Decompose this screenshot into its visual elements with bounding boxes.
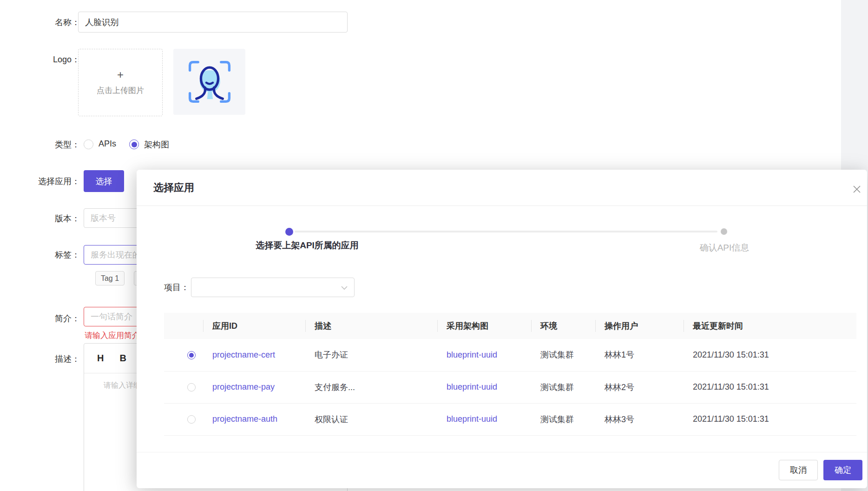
modal-header: 选择应用: [137, 170, 867, 206]
app-env: 测试集群: [531, 371, 595, 403]
table-row[interactable]: projectname-cert 电子办证 blueprint-uuid 测试集…: [164, 339, 856, 371]
chevron-down-icon: [341, 284, 348, 292]
app-id-link[interactable]: projectname-cert: [212, 350, 275, 359]
cancel-button[interactable]: 取消: [779, 460, 818, 480]
app-env: 测试集群: [531, 403, 595, 435]
logo-upload-button[interactable]: + 点击上传图片: [78, 49, 163, 116]
blueprint-link[interactable]: blueprint-uuid: [447, 414, 497, 424]
step2-dot: [721, 228, 727, 235]
table-header-row: 应用ID 描述 采用架构图 环境 操作用户 最近更新时间: [164, 313, 856, 339]
radio-blueprint-label[interactable]: 架构图: [144, 139, 169, 150]
app-updated: 2021/11/30 15:01:31: [684, 339, 856, 371]
select-app-modal: 选择应用 选择要上架API所属的应用 确认API信息 项目： 应用ID 描述 采…: [137, 170, 867, 488]
steps-connector: [295, 231, 717, 232]
bold-button[interactable]: B: [119, 353, 126, 364]
heading-button[interactable]: H: [97, 353, 104, 364]
radio-blueprint[interactable]: [129, 139, 139, 149]
app-id-link[interactable]: projectname-pay: [212, 382, 275, 391]
intro-error-text: 请输入应用简介: [85, 330, 140, 341]
tag-chip[interactable]: Tag 1: [95, 271, 125, 285]
blueprint-link[interactable]: blueprint-uuid: [447, 350, 497, 359]
app-env: 测试集群: [531, 339, 595, 371]
app-updated: 2021/11/30 15:01:31: [684, 403, 856, 435]
app-operator: 林林3号: [595, 403, 684, 435]
col-radio: [164, 313, 203, 339]
select-app-label: 选择应用：: [0, 176, 80, 187]
plus-icon: +: [117, 69, 124, 80]
project-label: 项目：: [164, 278, 189, 297]
table-row[interactable]: projectname-auth 权限认证 blueprint-uuid 测试集…: [164, 403, 856, 435]
radio-apis[interactable]: [84, 139, 93, 149]
project-select[interactable]: [191, 278, 355, 297]
upload-hint: 点击上传图片: [97, 85, 144, 96]
radio-apis-label[interactable]: APIs: [99, 139, 116, 149]
app-updated: 2021/11/30 15:01:31: [684, 371, 856, 403]
type-label: 类型：: [0, 139, 80, 150]
description-label: 描述：: [0, 353, 80, 365]
row-radio[interactable]: [187, 351, 196, 359]
row-radio[interactable]: [187, 383, 196, 391]
applications-table: 应用ID 描述 采用架构图 环境 操作用户 最近更新时间 projectname…: [164, 313, 856, 436]
close-icon: [852, 185, 861, 194]
app-operator: 林林2号: [595, 371, 684, 403]
step1-dot: [285, 228, 293, 236]
face-scan-icon: [185, 56, 234, 108]
logo-preview: [173, 49, 245, 115]
col-desc: 描述: [305, 313, 437, 339]
app-desc: 电子办证: [305, 339, 437, 371]
modal-title: 选择应用: [153, 170, 194, 206]
app-desc: 权限认证: [305, 403, 437, 435]
col-env: 环境: [531, 313, 595, 339]
app-desc: 支付服务...: [305, 371, 437, 403]
step2-label: 确认API信息: [655, 242, 794, 254]
name-label: 名称：: [0, 17, 80, 28]
confirm-button[interactable]: 确定: [823, 460, 862, 480]
blueprint-link[interactable]: blueprint-uuid: [447, 382, 497, 391]
step1-label: 选择要上架API所属的应用: [237, 239, 377, 252]
col-operator: 操作用户: [595, 313, 684, 339]
version-label: 版本：: [0, 213, 80, 224]
col-app-id: 应用ID: [203, 313, 305, 339]
col-updated: 最近更新时间: [684, 313, 856, 339]
app-operator: 林林1号: [595, 339, 684, 371]
modal-footer: 取消 确定: [137, 452, 867, 488]
tags-label: 标签：: [0, 249, 80, 260]
close-button[interactable]: [848, 181, 865, 198]
table-row[interactable]: projectname-pay 支付服务... blueprint-uuid 测…: [164, 371, 856, 403]
logo-label: Logo：: [0, 54, 80, 65]
col-blueprint: 采用架构图: [437, 313, 531, 339]
row-radio[interactable]: [187, 415, 196, 424]
select-app-button[interactable]: 选择: [84, 170, 124, 192]
name-input[interactable]: [78, 12, 348, 33]
app-id-link[interactable]: projectname-auth: [212, 414, 277, 424]
intro-label: 简介：: [0, 313, 80, 324]
